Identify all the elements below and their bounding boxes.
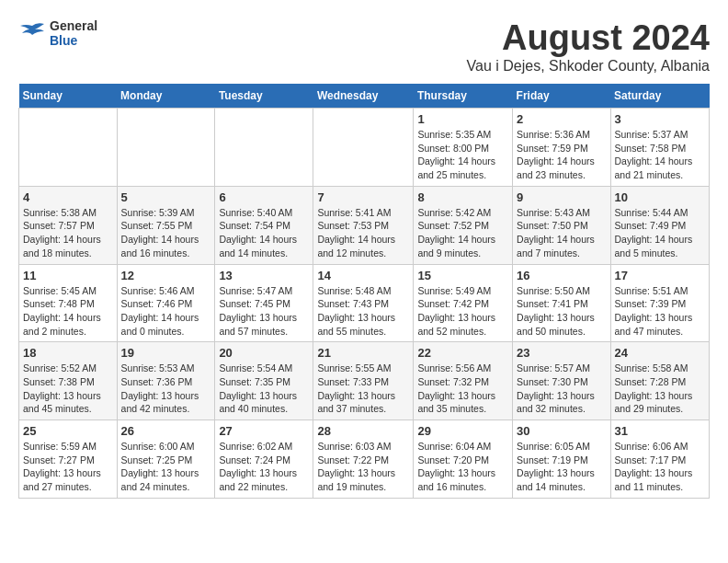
weekday-header-tuesday: Tuesday: [215, 84, 313, 109]
day-number: 6: [219, 190, 309, 204]
calendar-cell: 30Sunrise: 6:05 AM Sunset: 7:19 PM Dayli…: [513, 420, 610, 499]
day-number: 19: [121, 346, 211, 360]
weekday-header-friday: Friday: [513, 84, 610, 109]
day-number: 8: [417, 190, 508, 204]
week-row-5: 25Sunrise: 5:59 AM Sunset: 7:27 PM Dayli…: [19, 420, 710, 499]
day-number: 17: [615, 269, 705, 282]
calendar-cell: 5Sunrise: 5:39 AM Sunset: 7:55 PM Daylig…: [117, 186, 215, 264]
week-row-3: 11Sunrise: 5:45 AM Sunset: 7:48 PM Dayli…: [19, 264, 710, 342]
day-number: 9: [517, 190, 606, 204]
day-info: Sunrise: 5:47 AM Sunset: 7:45 PM Dayligh…: [219, 284, 309, 339]
day-number: 1: [417, 112, 508, 126]
calendar-cell: [313, 109, 414, 187]
calendar-cell: 11Sunrise: 5:45 AM Sunset: 7:48 PM Dayli…: [19, 264, 118, 342]
calendar-cell: [215, 109, 313, 187]
day-info: Sunrise: 5:56 AM Sunset: 7:32 PM Dayligh…: [417, 362, 508, 416]
day-info: Sunrise: 5:48 AM Sunset: 7:43 PM Dayligh…: [317, 284, 409, 339]
weekday-header-monday: Monday: [117, 84, 215, 109]
title-block: August 2024 Vau i Dejes, Shkoder County,…: [467, 18, 710, 75]
location-text: Vau i Dejes, Shkoder County, Albania: [467, 58, 710, 75]
day-number: 22: [417, 346, 508, 360]
calendar-cell: 4Sunrise: 5:38 AM Sunset: 7:57 PM Daylig…: [19, 186, 118, 264]
calendar-cell: 25Sunrise: 5:59 AM Sunset: 7:27 PM Dayli…: [19, 420, 118, 499]
day-number: 5: [121, 190, 211, 204]
day-info: Sunrise: 5:52 AM Sunset: 7:38 PM Dayligh…: [23, 362, 113, 416]
calendar-cell: 2Sunrise: 5:36 AM Sunset: 7:59 PM Daylig…: [513, 109, 610, 187]
day-number: 30: [517, 424, 606, 438]
calendar-cell: 26Sunrise: 6:00 AM Sunset: 7:25 PM Dayli…: [117, 420, 215, 499]
day-info: Sunrise: 5:35 AM Sunset: 8:00 PM Dayligh…: [417, 128, 508, 182]
day-number: 20: [219, 346, 309, 360]
day-info: Sunrise: 5:57 AM Sunset: 7:30 PM Dayligh…: [517, 362, 606, 416]
calendar-cell: 6Sunrise: 5:40 AM Sunset: 7:54 PM Daylig…: [215, 186, 313, 264]
calendar-cell: 28Sunrise: 6:03 AM Sunset: 7:22 PM Dayli…: [313, 420, 414, 499]
calendar-cell: 21Sunrise: 5:55 AM Sunset: 7:33 PM Dayli…: [313, 342, 414, 420]
day-number: 28: [317, 424, 409, 438]
logo-blue-text: Blue: [50, 33, 97, 48]
day-info: Sunrise: 6:05 AM Sunset: 7:19 PM Dayligh…: [517, 440, 606, 494]
day-info: Sunrise: 6:03 AM Sunset: 7:22 PM Dayligh…: [317, 440, 409, 494]
day-number: 11: [23, 269, 113, 282]
weekday-header-wednesday: Wednesday: [313, 84, 414, 109]
calendar-cell: 31Sunrise: 6:06 AM Sunset: 7:17 PM Dayli…: [610, 420, 709, 499]
day-info: Sunrise: 5:36 AM Sunset: 7:59 PM Dayligh…: [517, 128, 606, 182]
day-number: 12: [121, 269, 211, 282]
day-number: 10: [615, 190, 705, 204]
calendar-cell: 10Sunrise: 5:44 AM Sunset: 7:49 PM Dayli…: [610, 186, 709, 264]
weekday-header-row: SundayMondayTuesdayWednesdayThursdayFrid…: [19, 84, 710, 109]
day-info: Sunrise: 5:45 AM Sunset: 7:48 PM Dayligh…: [23, 284, 113, 339]
month-title: August 2024: [467, 18, 710, 58]
calendar-cell: 17Sunrise: 5:51 AM Sunset: 7:39 PM Dayli…: [610, 264, 709, 342]
calendar-cell: 9Sunrise: 5:43 AM Sunset: 7:50 PM Daylig…: [513, 186, 610, 264]
calendar-cell: 1Sunrise: 5:35 AM Sunset: 8:00 PM Daylig…: [414, 109, 513, 187]
day-number: 25: [23, 424, 113, 438]
calendar-cell: [19, 109, 118, 187]
calendar-cell: 23Sunrise: 5:57 AM Sunset: 7:30 PM Dayli…: [513, 342, 610, 420]
week-row-2: 4Sunrise: 5:38 AM Sunset: 7:57 PM Daylig…: [19, 186, 710, 264]
day-info: Sunrise: 5:40 AM Sunset: 7:54 PM Dayligh…: [219, 206, 309, 260]
calendar-cell: [117, 109, 215, 187]
calendar-table: SundayMondayTuesdayWednesdayThursdayFrid…: [18, 84, 710, 499]
day-number: 16: [517, 269, 606, 282]
day-info: Sunrise: 6:02 AM Sunset: 7:24 PM Dayligh…: [219, 440, 309, 494]
page-header: General Blue August 2024 Vau i Dejes, Sh…: [18, 18, 710, 75]
calendar-cell: 8Sunrise: 5:42 AM Sunset: 7:52 PM Daylig…: [414, 186, 513, 264]
day-number: 4: [23, 190, 113, 204]
day-number: 21: [317, 346, 409, 360]
weekday-header-thursday: Thursday: [414, 84, 513, 109]
calendar-cell: 20Sunrise: 5:54 AM Sunset: 7:35 PM Dayli…: [215, 342, 313, 420]
day-info: Sunrise: 5:44 AM Sunset: 7:49 PM Dayligh…: [615, 206, 705, 260]
day-number: 13: [219, 269, 309, 282]
calendar-cell: 15Sunrise: 5:49 AM Sunset: 7:42 PM Dayli…: [414, 264, 513, 342]
day-info: Sunrise: 5:51 AM Sunset: 7:39 PM Dayligh…: [615, 284, 705, 339]
day-number: 31: [615, 424, 705, 438]
day-number: 15: [417, 269, 508, 282]
day-number: 27: [219, 424, 309, 438]
day-number: 18: [23, 346, 113, 360]
day-info: Sunrise: 6:00 AM Sunset: 7:25 PM Dayligh…: [121, 440, 211, 494]
calendar-cell: 7Sunrise: 5:41 AM Sunset: 7:53 PM Daylig…: [313, 186, 414, 264]
day-info: Sunrise: 5:39 AM Sunset: 7:55 PM Dayligh…: [121, 206, 211, 260]
calendar-cell: 3Sunrise: 5:37 AM Sunset: 7:58 PM Daylig…: [610, 109, 709, 187]
calendar-cell: 22Sunrise: 5:56 AM Sunset: 7:32 PM Dayli…: [414, 342, 513, 420]
day-number: 3: [615, 112, 705, 126]
day-info: Sunrise: 5:50 AM Sunset: 7:41 PM Dayligh…: [517, 284, 606, 339]
logo: General Blue: [18, 18, 97, 48]
day-number: 26: [121, 424, 211, 438]
weekday-header-sunday: Sunday: [19, 84, 118, 109]
calendar-cell: 19Sunrise: 5:53 AM Sunset: 7:36 PM Dayli…: [117, 342, 215, 420]
day-number: 2: [517, 112, 606, 126]
day-info: Sunrise: 6:04 AM Sunset: 7:20 PM Dayligh…: [417, 440, 508, 494]
week-row-4: 18Sunrise: 5:52 AM Sunset: 7:38 PM Dayli…: [19, 342, 710, 420]
day-info: Sunrise: 5:58 AM Sunset: 7:28 PM Dayligh…: [615, 362, 705, 416]
logo-general-text: General: [50, 18, 97, 33]
calendar-cell: 16Sunrise: 5:50 AM Sunset: 7:41 PM Dayli…: [513, 264, 610, 342]
day-info: Sunrise: 5:41 AM Sunset: 7:53 PM Dayligh…: [317, 206, 409, 260]
day-number: 7: [317, 190, 409, 204]
day-info: Sunrise: 5:49 AM Sunset: 7:42 PM Dayligh…: [417, 284, 508, 339]
calendar-cell: 12Sunrise: 5:46 AM Sunset: 7:46 PM Dayli…: [117, 264, 215, 342]
day-number: 29: [417, 424, 508, 438]
day-info: Sunrise: 5:55 AM Sunset: 7:33 PM Dayligh…: [317, 362, 409, 416]
day-info: Sunrise: 5:43 AM Sunset: 7:50 PM Dayligh…: [517, 206, 606, 260]
day-info: Sunrise: 5:54 AM Sunset: 7:35 PM Dayligh…: [219, 362, 309, 416]
